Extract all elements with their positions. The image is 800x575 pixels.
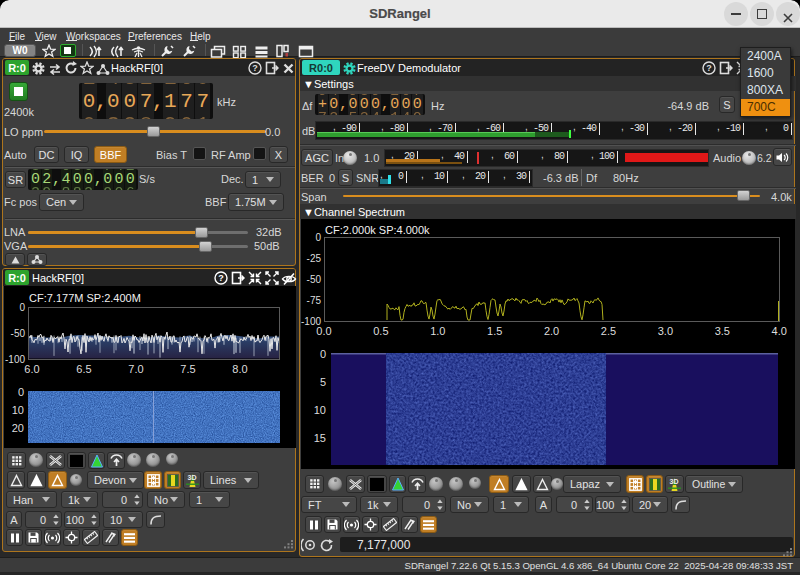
svg-text:?: ? xyxy=(218,273,224,283)
svg-text:3D: 3D xyxy=(187,474,196,481)
svg-text:?: ? xyxy=(706,63,712,73)
svg-text:3D: 3D xyxy=(670,478,679,485)
svg-text:?: ? xyxy=(252,63,258,73)
